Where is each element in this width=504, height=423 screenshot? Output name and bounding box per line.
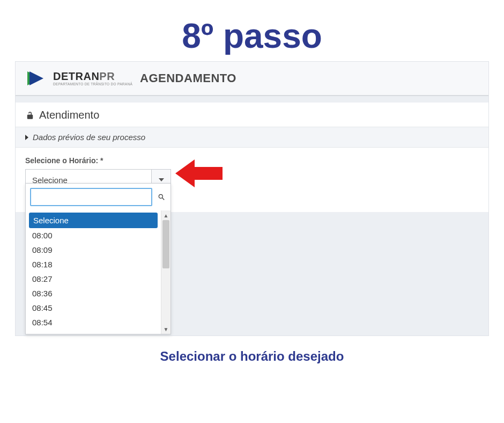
svg-line-4 [162,198,165,200]
logo: DETRANPR DEPARTAMENTO DE TRÂNSITO DO PAR… [25,69,132,87]
horario-dropdown: Selecione08:0008:0908:1808:2708:3608:450… [25,183,171,334]
dropdown-scrollbar[interactable]: ▲ ▼ [161,210,171,334]
logo-brand: DETRANPR [53,71,132,82]
section-heading-text: Atendimento [39,109,99,121]
dropdown-list: Selecione08:0008:0908:1808:2708:3608:450… [26,210,161,334]
svg-marker-1 [29,71,43,85]
dropdown-search-input[interactable] [30,188,152,206]
dropdown-item[interactable]: 08:54 [26,315,161,330]
caret-right-icon [25,135,28,140]
scroll-up-icon[interactable]: ▲ [161,210,171,220]
dropdown-item[interactable]: 08:27 [26,272,161,286]
scroll-down-icon[interactable]: ▼ [161,324,171,334]
dropdown-item[interactable]: 08:00 [26,228,161,243]
svg-point-3 [159,194,162,198]
search-icon[interactable] [157,193,166,201]
instruction-text: Selecionar o horário desejado [0,336,504,377]
dropdown-item[interactable]: Selecione [29,213,158,228]
unlock-icon [25,111,35,120]
dropdown-item[interactable]: 08:18 [26,257,161,272]
svg-marker-2 [175,159,223,187]
scroll-thumb[interactable] [162,220,169,268]
logo-subtext: DEPARTAMENTO DE TRÂNSITO DO PARANÁ [53,83,132,86]
logo-icon [25,69,49,87]
dropdown-item[interactable]: 08:36 [26,286,161,301]
app-panel: DETRANPR DEPARTAMENTO DE TRÂNSITO DO PAR… [15,61,489,336]
horario-label: Selecione o Horário: * [25,156,479,165]
section-atendimento: Atendimento Dados prévios de seu process… [16,103,488,212]
app-title: AGENDAMENTO [140,71,236,85]
dropdown-item[interactable]: 08:45 [26,301,161,315]
section-heading: Atendimento [16,103,488,127]
step-title: 8º passo [0,0,504,61]
chevron-down-icon [159,178,164,181]
dropdown-item[interactable]: 08:09 [26,243,161,257]
dropdown-search-row [26,184,171,210]
accordion-dados-previos[interactable]: Dados prévios de seu processo [16,127,488,148]
form-area: Selecione o Horário: * Selecione [16,148,488,212]
accordion-label: Dados prévios de seu processo [33,133,145,142]
instruction-arrow-icon [175,157,224,189]
app-header: DETRANPR DEPARTAMENTO DE TRÂNSITO DO PAR… [16,62,488,96]
